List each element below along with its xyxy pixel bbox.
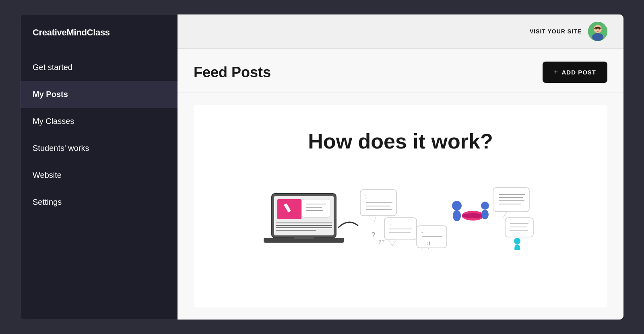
svg-point-38: [453, 210, 461, 221]
svg-rect-17: [276, 227, 332, 228]
sidebar-item-students-works[interactable]: Students' works: [21, 135, 178, 162]
svg-rect-43: [493, 188, 529, 212]
svg-rect-49: [505, 218, 533, 237]
sidebar-item-get-started[interactable]: Get started: [21, 54, 178, 81]
svg-point-53: [514, 238, 520, 244]
svg-rect-9: [302, 199, 330, 217]
svg-text::.: :.: [388, 221, 391, 226]
avatar-image: [588, 22, 607, 41]
sidebar-item-settings[interactable]: Settings: [21, 189, 178, 216]
content-area: How does it work?: [178, 93, 623, 320]
svg-point-54: [514, 244, 520, 250]
sidebar-item-website[interactable]: Website: [21, 162, 178, 189]
add-post-button[interactable]: + ADD POST: [543, 62, 607, 83]
sidebar-nav: Get startedMy PostsMy ClassesStudents' w…: [21, 54, 178, 216]
feed-card: How does it work?: [194, 105, 607, 307]
header: VISIT YOUR SITE: [178, 14, 623, 49]
avatar[interactable]: [588, 22, 607, 41]
svg-text::): :): [427, 240, 430, 246]
sidebar-item-my-posts[interactable]: My Posts: [21, 81, 178, 108]
svg-rect-15: [276, 223, 332, 223]
svg-rect-18: [276, 230, 316, 231]
sidebar-logo: CreativeMindClass: [21, 14, 178, 54]
feed-card-title: How does it work?: [308, 129, 493, 153]
svg-text::.: :.: [364, 193, 367, 200]
svg-rect-16: [276, 225, 332, 226]
svg-point-3: [596, 29, 597, 30]
page-header: Feed Posts + ADD POST: [178, 49, 623, 93]
svg-point-41: [481, 202, 489, 210]
svg-point-4: [599, 29, 600, 30]
svg-marker-33: [421, 248, 429, 250]
svg-text::.: :.: [421, 229, 423, 234]
add-post-label: ADD POST: [561, 69, 596, 76]
svg-point-2: [592, 33, 603, 41]
how-it-works-illustration: :. :. ? ??: [260, 169, 541, 250]
main-content: VISIT YOUR SITE Feed P: [178, 14, 623, 320]
svg-text:??: ??: [378, 239, 385, 245]
visit-site-label[interactable]: VISIT YOUR SITE: [530, 28, 582, 35]
sidebar-item-my-classes[interactable]: My Classes: [21, 108, 178, 135]
app-container: CreativeMindClass Get startedMy PostsMy …: [20, 14, 624, 320]
svg-text:?: ?: [372, 231, 375, 238]
svg-point-37: [452, 201, 462, 210]
sidebar: CreativeMindClass Get startedMy PostsMy …: [21, 14, 178, 320]
plus-icon: +: [554, 68, 559, 76]
svg-rect-14: [294, 237, 314, 239]
svg-marker-44: [497, 212, 507, 218]
avatar-svg: [588, 22, 607, 41]
svg-marker-20: [368, 216, 376, 222]
page-title: Feed Posts: [194, 64, 271, 81]
svg-marker-26: [388, 240, 396, 246]
svg-point-40: [462, 213, 484, 218]
illustration-area: :. :. ? ??: [210, 169, 591, 250]
svg-point-42: [481, 210, 489, 219]
